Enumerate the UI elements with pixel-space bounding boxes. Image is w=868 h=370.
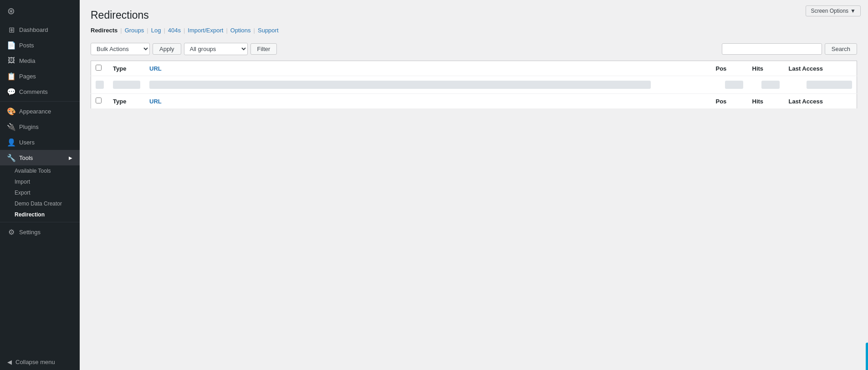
- select-all-checkbox-footer[interactable]: [96, 98, 102, 103]
- sidebar-item-label: Appearance: [19, 108, 51, 115]
- col-last-access-header: Last Access: [784, 61, 857, 76]
- type-header-label: Type: [113, 65, 126, 72]
- posts-icon: 📄: [7, 41, 15, 49]
- right-accent-bar: [866, 343, 868, 370]
- tab-sep-1: |: [120, 27, 122, 34]
- sidebar-item-label: Tools: [19, 154, 33, 161]
- col-url-footer: URL: [145, 94, 711, 109]
- search-button[interactable]: Search: [825, 43, 857, 55]
- search-area: Search: [722, 43, 857, 55]
- nav-tabs: Redirects | Groups | Log | 404s | Import…: [91, 27, 857, 34]
- sidebar-item-appearance[interactable]: 🎨 Appearance: [0, 103, 80, 119]
- sidebar-subitem-demo-data-creator[interactable]: Demo Data Creator: [0, 198, 80, 209]
- apply-button[interactable]: Apply: [153, 43, 181, 55]
- sidebar-item-label: Plugins: [19, 123, 39, 130]
- sidebar-subitem-import[interactable]: Import: [0, 176, 80, 187]
- sidebar-item-comments[interactable]: 💬 Comments: [0, 84, 80, 99]
- skeleton-last-access: [807, 81, 852, 89]
- sidebar-subitem-redirection[interactable]: Redirection: [0, 209, 80, 220]
- skeleton-check: [96, 81, 104, 89]
- tab-options[interactable]: Options: [230, 27, 251, 34]
- tab-sep-6: |: [254, 27, 255, 34]
- sidebar-divider-2: [0, 222, 80, 222]
- groups-select[interactable]: All groups: [184, 43, 248, 55]
- col-pos-footer: Pos: [711, 94, 748, 109]
- col-hits-header: Hits: [748, 61, 784, 76]
- tab-sep-4: |: [184, 27, 185, 34]
- pos-header-label: Pos: [716, 65, 727, 72]
- screen-options-chevron-icon: ▼: [850, 8, 856, 14]
- skeleton-hits: [761, 81, 780, 89]
- sidebar-item-label: Media: [19, 57, 35, 64]
- sidebar-item-label: Dashboard: [19, 26, 48, 33]
- hits-header-label: Hits: [752, 65, 764, 72]
- search-input[interactable]: [722, 43, 822, 55]
- select-all-checkbox[interactable]: [96, 65, 102, 71]
- skeleton-type: [113, 81, 140, 89]
- tab-404s[interactable]: 404s: [168, 27, 181, 34]
- collapse-menu-button[interactable]: ◀ Collapse menu: [0, 354, 80, 370]
- url-header-link[interactable]: URL: [149, 65, 162, 72]
- tab-groups[interactable]: Groups: [125, 27, 144, 34]
- col-type-header: Type: [108, 61, 145, 76]
- sidebar-item-pages[interactable]: 📋 Pages: [0, 68, 80, 84]
- sidebar-item-label: Comments: [19, 88, 48, 95]
- plugins-icon: 🔌: [7, 123, 15, 131]
- col-type-footer: Type: [108, 94, 145, 109]
- screen-options-button[interactable]: Screen Options ▼: [806, 5, 861, 16]
- sidebar: ⊛ ⊞ Dashboard 📄 Posts 🖼 Media 📋 Pages 💬 …: [0, 0, 80, 370]
- tools-submenu: Available Tools Import Export Demo Data …: [0, 165, 80, 220]
- sidebar-item-plugins[interactable]: 🔌 Plugins: [0, 119, 80, 134]
- sidebar-item-media[interactable]: 🖼 Media: [0, 53, 80, 68]
- sidebar-item-dashboard[interactable]: ⊞ Dashboard: [0, 22, 80, 37]
- sidebar-item-settings[interactable]: ⚙ Settings: [0, 224, 80, 240]
- collapse-label: Collapse menu: [15, 359, 55, 365]
- wp-icon: ⊛: [7, 5, 15, 16]
- sidebar-item-label: Pages: [19, 73, 36, 80]
- table-row-loading: [91, 76, 857, 94]
- main-content: Screen Options ▼ Redirections Redirects …: [80, 0, 868, 370]
- loading-cell-last-access: [784, 76, 857, 94]
- dashboard-icon: ⊞: [7, 26, 15, 34]
- col-hits-footer: Hits: [748, 94, 784, 109]
- loading-cell-check: [91, 76, 109, 94]
- skeleton-pos: [725, 81, 743, 89]
- bulk-actions-select[interactable]: Bulk Actions: [91, 43, 150, 55]
- tab-redirects[interactable]: Redirects: [91, 27, 117, 34]
- redirects-table: Type URL Pos Hits Last Access: [91, 61, 857, 109]
- loading-cell-url: [145, 76, 711, 94]
- sidebar-subitem-available-tools[interactable]: Available Tools: [0, 165, 80, 176]
- tab-log[interactable]: Log: [151, 27, 161, 34]
- tab-import-export[interactable]: Import/Export: [188, 27, 223, 34]
- settings-icon: ⚙: [7, 228, 15, 236]
- filter-button[interactable]: Filter: [250, 43, 277, 55]
- users-icon: 👤: [7, 138, 15, 146]
- tab-sep-5: |: [226, 27, 227, 34]
- media-icon: 🖼: [7, 57, 15, 65]
- sidebar-item-label: Users: [19, 139, 35, 146]
- table-footer-row: Type URL Pos Hits Last Access: [91, 94, 857, 109]
- table-header-row: Type URL Pos Hits Last Access: [91, 61, 857, 76]
- pos-footer-label: Pos: [716, 98, 727, 105]
- tab-sep-2: |: [147, 27, 148, 34]
- sidebar-item-users[interactable]: 👤 Users: [0, 134, 80, 150]
- sidebar-item-label: Posts: [19, 42, 34, 49]
- appearance-icon: 🎨: [7, 107, 15, 115]
- sidebar-item-posts[interactable]: 📄 Posts: [0, 37, 80, 53]
- pages-icon: 📋: [7, 72, 15, 80]
- comments-icon: 💬: [7, 87, 15, 96]
- url-footer-link[interactable]: URL: [149, 98, 162, 105]
- skeleton-url: [149, 81, 651, 89]
- loading-cell-hits: [748, 76, 784, 94]
- page-title: Redirections: [91, 9, 857, 21]
- col-last-access-footer: Last Access: [784, 94, 857, 109]
- last-access-footer-label: Last Access: [789, 98, 823, 105]
- col-check-header: [91, 61, 109, 76]
- tools-icon: 🔧: [7, 154, 15, 162]
- tab-support[interactable]: Support: [258, 27, 279, 34]
- col-pos-header: Pos: [711, 61, 748, 76]
- sidebar-subitem-export[interactable]: Export: [0, 187, 80, 198]
- sidebar-item-tools[interactable]: 🔧 Tools ▶: [0, 150, 80, 165]
- content-area: Screen Options ▼ Redirections Redirects …: [80, 0, 868, 370]
- screen-options-label: Screen Options: [811, 8, 848, 14]
